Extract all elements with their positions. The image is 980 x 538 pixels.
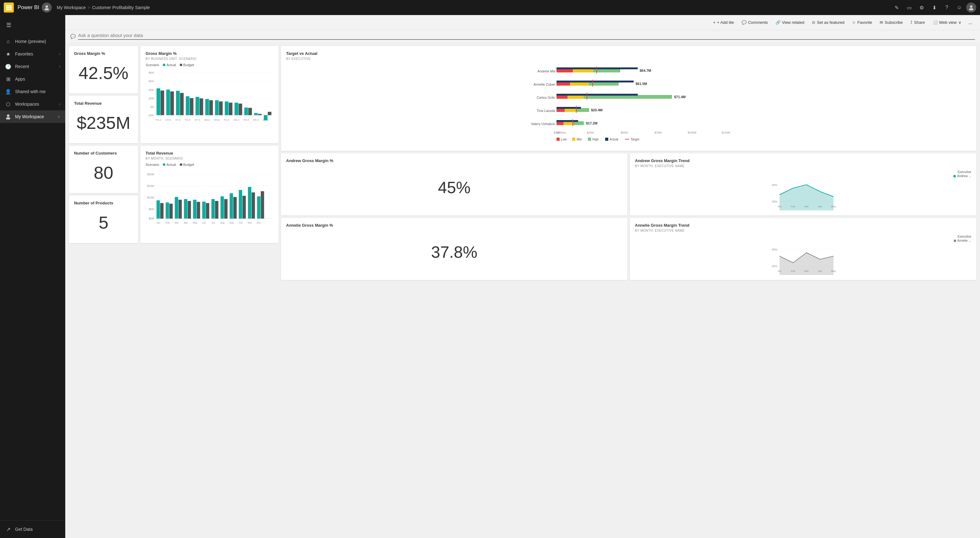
annelie-trend-dot xyxy=(954,240,956,242)
settings-icon[interactable]: ⚙ xyxy=(916,2,927,13)
web-view-button[interactable]: ⬜ Web view ∨ xyxy=(929,18,965,27)
total-revenue-value: $235M xyxy=(76,113,130,133)
annelie-exec-label: Executive xyxy=(958,235,971,238)
view-related-button[interactable]: 🔗 View related xyxy=(772,18,807,27)
svg-rect-93 xyxy=(248,187,251,219)
svg-text:$50M: $50M xyxy=(621,131,628,134)
annelie-trend-card: Annelie Gross Margin Trend BY MONTH, EXE… xyxy=(630,218,976,280)
svg-rect-94 xyxy=(251,192,255,219)
sidebar-item-recent[interactable]: 🕐 Recent › xyxy=(0,60,65,73)
help-icon[interactable]: ? xyxy=(941,2,952,13)
svg-text:Carlos Grilo: Carlos Grilo xyxy=(537,96,555,99)
svg-rect-40 xyxy=(219,102,223,115)
svg-text:SM-0: SM-0 xyxy=(204,119,210,121)
svg-rect-84 xyxy=(206,203,209,219)
svg-rect-6 xyxy=(6,9,8,10)
share-button[interactable]: ⤴ Share xyxy=(907,18,928,27)
app-launcher-icon[interactable] xyxy=(4,3,14,13)
sidebar-item-myworkspace[interactable]: My Workspace ∨ xyxy=(0,110,65,123)
svg-text:Feb: Feb xyxy=(791,205,795,208)
edit-icon[interactable]: ✎ xyxy=(891,2,902,13)
chevron-right-icon: › xyxy=(59,102,60,106)
getdata-icon: ↗ xyxy=(5,526,11,532)
svg-text:Jan: Jan xyxy=(778,270,782,273)
user-avatar[interactable] xyxy=(966,3,976,13)
svg-text:FO-0: FO-0 xyxy=(185,119,191,121)
content-area: + + Add tile 💬 Comments 🔗 View related ⊙… xyxy=(65,15,980,538)
favorite-button[interactable]: ☆ Favorite xyxy=(849,18,875,27)
andrew-trend-title: Andrew Gross Margin Trend xyxy=(635,158,971,163)
svg-text:Andrew Ma: Andrew Ma xyxy=(538,69,555,73)
more-options-button[interactable]: ... xyxy=(966,18,975,27)
main-layout: ☰ ⌂ Home (preview) ★ Favorites › 🕐 Recen… xyxy=(0,15,980,538)
subscribe-button[interactable]: ✉ Subscribe xyxy=(877,18,906,27)
svg-text:CP-0: CP-0 xyxy=(194,119,200,121)
svg-text:Apr: Apr xyxy=(818,205,822,208)
svg-rect-39 xyxy=(215,100,219,115)
svg-text:Actual: Actual xyxy=(609,138,618,141)
breadcrumb-workspace[interactable]: My Workspace xyxy=(57,5,86,10)
download-icon[interactable]: ⬇ xyxy=(929,2,940,13)
svg-rect-31 xyxy=(176,91,180,115)
present-icon[interactable]: ▭ xyxy=(904,2,915,13)
svg-rect-74 xyxy=(160,203,164,219)
svg-rect-47 xyxy=(254,113,258,115)
search-input[interactable] xyxy=(78,33,975,40)
gm-bar-chart: 80% 60% 40% 20% 0% -20% xyxy=(146,69,274,125)
app-brand: Power BI xyxy=(18,5,39,11)
target-actual-chart: Andrew Ma Annelie Zubar Carlos Grilo Tin… xyxy=(286,63,971,144)
svg-rect-117 xyxy=(557,67,638,69)
svg-text:$0M: $0M xyxy=(149,217,154,220)
gross-margin-value: 42.5% xyxy=(79,63,129,83)
svg-rect-33 xyxy=(186,96,189,115)
svg-text:80%: 80% xyxy=(149,71,154,74)
svg-text:$5M: $5M xyxy=(149,208,154,211)
svg-rect-36 xyxy=(199,98,203,115)
svg-rect-89 xyxy=(230,194,233,219)
hamburger-menu[interactable]: ☰ xyxy=(3,19,15,31)
chevron-right-icon: › xyxy=(59,64,60,69)
workspace-avatar[interactable] xyxy=(42,3,52,13)
comments-button[interactable]: 💬 Comments xyxy=(738,18,771,27)
svg-rect-34 xyxy=(190,98,194,115)
svg-text:May: May xyxy=(831,205,836,208)
andrew-exec-name: Andrew ... xyxy=(957,174,971,178)
feedback-icon[interactable]: ☺ xyxy=(954,2,965,13)
num-customers-value: 80 xyxy=(94,162,113,183)
ta-title: Target vs Actual xyxy=(286,51,971,56)
annelie-gm-value: 37.8% xyxy=(431,243,477,262)
sidebar-item-favorites-label: Favorites xyxy=(15,51,55,56)
sidebar-item-favorites[interactable]: ★ Favorites › xyxy=(0,48,65,60)
legend-actual: Actual xyxy=(163,63,176,67)
svg-rect-86 xyxy=(215,201,218,219)
sidebar-item-getdata[interactable]: ↗ Get Data xyxy=(0,523,65,535)
svg-rect-41 xyxy=(225,102,229,115)
sidebar-item-shared[interactable]: 👤 Shared with me xyxy=(0,85,65,98)
svg-rect-92 xyxy=(242,196,246,219)
subscribe-icon: ✉ xyxy=(880,20,883,25)
svg-rect-1 xyxy=(8,5,10,6)
dashboard: Gross Margin % 42.5% Total Revenue $235M xyxy=(65,42,980,538)
add-tile-button[interactable]: + + Add tile xyxy=(710,18,737,27)
svg-text:Jan: Jan xyxy=(778,205,782,208)
tr-chart-title: Total Revenue xyxy=(146,151,274,156)
svg-rect-77 xyxy=(175,197,178,219)
set-featured-button[interactable]: ⊙ Set as featured xyxy=(809,18,848,27)
budget-dot xyxy=(180,63,182,66)
gross-margin-title: Gross Margin % xyxy=(74,51,133,56)
tr-chart-subtitle: BY MONTH, SCENARIO xyxy=(146,157,274,160)
sidebar-item-apps[interactable]: ⊞ Apps xyxy=(0,73,65,85)
total-revenue-card: Total Revenue $235M xyxy=(69,96,138,143)
tr-legend-scenario: Scenario xyxy=(146,163,159,167)
svg-rect-155 xyxy=(588,138,591,141)
breadcrumb-page[interactable]: Customer Profitability Sample xyxy=(92,5,150,10)
svg-rect-153 xyxy=(572,138,575,141)
svg-rect-48 xyxy=(258,114,262,115)
svg-rect-78 xyxy=(178,200,182,219)
target-actual-card: Target vs Actual BY EXECUTIVE Andrew Ma … xyxy=(281,46,976,151)
top-nav-actions: ✎ ▭ ⚙ ⬇ ? ☺ xyxy=(891,2,976,13)
svg-rect-4 xyxy=(8,7,10,8)
sidebar-item-home[interactable]: ⌂ Home (preview) xyxy=(0,35,65,48)
sidebar-item-workspaces[interactable]: ⬡ Workspaces › xyxy=(0,98,65,110)
andrew-exec-label: Executive xyxy=(958,170,971,174)
